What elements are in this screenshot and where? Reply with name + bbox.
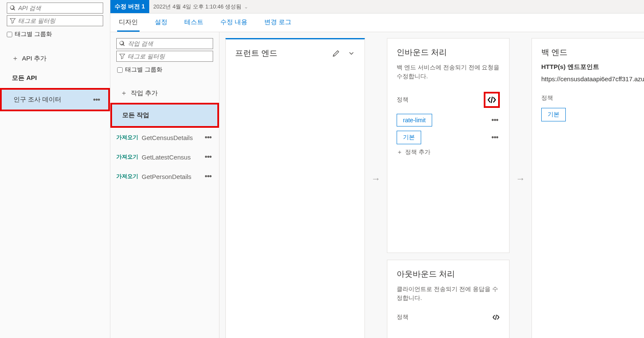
api-search[interactable] xyxy=(7,3,103,14)
frontend-title: 프런트 엔드 xyxy=(235,48,277,59)
policy-chip-base[interactable]: 기본 xyxy=(541,108,566,121)
plus-icon: ＋ xyxy=(121,89,127,98)
policy-chip-rate-limit[interactable]: rate-limit xyxy=(397,114,432,126)
op-group-by-tag[interactable]: 태그별 그룹화 xyxy=(110,63,219,76)
revision-bar: 수정 버전 1 2022년 4월 4일 오후 1:10:46 생성됨 ⌄ xyxy=(110,0,644,14)
backend-endpoint-label: HTTP(s) 엔드포인트 xyxy=(541,63,644,71)
code-icon-highlighted[interactable] xyxy=(484,92,500,108)
operations-sidebar: 태그별 그룹화 ＋ 작업 추가 모든 작업 가져오기 GetCensusDeta… xyxy=(110,32,219,338)
plus-icon: ＋ xyxy=(12,54,19,63)
add-policy-button[interactable]: ＋ 정책 추가 xyxy=(397,148,500,156)
api-filter-input[interactable] xyxy=(18,17,100,24)
api-item-label: 인구 조사 데이터 xyxy=(14,96,61,104)
operation-item[interactable]: 가져오기 GetLatestCensus ••• xyxy=(110,147,219,167)
op-method: 가져오기 xyxy=(116,173,138,180)
search-icon xyxy=(119,41,125,47)
plus-icon: ＋ xyxy=(397,148,403,156)
inbound-desc: 백 엔드 서비스에 전송되기 전에 요청을 수정합니다. xyxy=(397,63,500,81)
operation-item[interactable]: 가져오기 GetPersonDetails ••• xyxy=(110,167,219,186)
op-search[interactable] xyxy=(116,38,213,49)
search-icon xyxy=(10,5,16,11)
revision-badge[interactable]: 수정 버전 1 xyxy=(110,0,149,13)
tab-test[interactable]: 테스트 xyxy=(183,14,205,32)
arrow-icon: → xyxy=(371,38,381,184)
add-op-label: 작업 추가 xyxy=(131,89,158,97)
op-name: GetCensusDetails xyxy=(142,134,193,141)
frontend-panel: 프런트 엔드 xyxy=(225,38,365,338)
backend-endpoint-url: https://censusdataapi6ed7cff317.azureweb… xyxy=(541,75,644,82)
outbound-desc: 클라이언트로 전송되기 전에 응답을 수정합니다. xyxy=(397,285,500,302)
op-filter[interactable] xyxy=(116,51,213,62)
add-operation-button[interactable]: ＋ 작업 추가 xyxy=(110,84,219,103)
api-search-input[interactable] xyxy=(18,5,100,11)
chevron-down-icon[interactable] xyxy=(348,49,355,57)
op-method: 가져오기 xyxy=(116,153,138,161)
code-icon[interactable] xyxy=(492,313,500,321)
policy-more-icon[interactable]: ••• xyxy=(490,134,500,141)
chevron-down-icon: ⌄ xyxy=(244,4,248,10)
op-group-label: 태그별 그룹화 xyxy=(125,66,162,74)
add-policy-label: 정책 추가 xyxy=(405,148,430,156)
tab-design[interactable]: 디자인 xyxy=(117,14,140,32)
backend-panel: 백 엔드 HTTP(s) 엔드포인트 https://censusdataapi… xyxy=(532,38,644,338)
op-method: 가져오기 xyxy=(116,134,138,141)
add-api-label: API 추가 xyxy=(22,55,47,63)
detail-area: 프런트 엔드 → xyxy=(219,32,644,338)
revision-date[interactable]: 2022년 4월 4일 오후 1:10:46 생성됨 ⌄ xyxy=(149,0,253,13)
add-api-button[interactable]: ＋ API 추가 xyxy=(0,49,110,68)
backend-policy-label: 정책 xyxy=(541,94,553,102)
all-apis-item[interactable]: 모든 API xyxy=(0,68,110,88)
tab-changelog[interactable]: 변경 로그 xyxy=(263,14,293,32)
op-more-icon[interactable]: ••• xyxy=(203,173,213,180)
edit-icon[interactable] xyxy=(332,49,340,57)
operation-item[interactable]: 가져오기 GetCensusDetails ••• xyxy=(110,128,219,147)
filter-icon xyxy=(119,53,125,59)
op-name: GetPersonDetails xyxy=(142,173,192,180)
all-operations-item[interactable]: 모든 작업 xyxy=(110,103,219,128)
outbound-panel: 아웃바운드 처리 클라이언트로 전송되기 전에 응답을 수정합니다. 정책 xyxy=(387,260,510,338)
op-search-input[interactable] xyxy=(128,40,210,47)
inbound-title: 인바운드 처리 xyxy=(397,47,447,58)
op-group-checkbox[interactable] xyxy=(117,67,123,73)
api-group-label: 태그별 그룹화 xyxy=(15,30,52,38)
tab-revisions[interactable]: 수정 내용 xyxy=(219,14,249,32)
filter-icon xyxy=(10,18,16,24)
api-group-by-tag[interactable]: 태그별 그룹화 xyxy=(0,28,110,41)
op-name: GetLatestCensus xyxy=(142,154,191,161)
op-more-icon[interactable]: ••• xyxy=(203,134,213,141)
inbound-policy-label: 정책 xyxy=(397,96,408,104)
outbound-title: 아웃바운드 처리 xyxy=(397,269,455,280)
inbound-panel: 인바운드 처리 백 엔드 서비스에 전송되기 전에 요청을 수정합니다. 정책 … xyxy=(387,38,510,253)
backend-title: 백 엔드 xyxy=(541,47,567,58)
arrow-icon: → xyxy=(515,38,526,184)
api-group-checkbox[interactable] xyxy=(7,32,12,37)
policy-chip-base[interactable]: 기본 xyxy=(397,131,421,144)
main-panel: 수정 버전 1 2022년 4월 4일 오후 1:10:46 생성됨 ⌄ 디자인… xyxy=(110,0,644,338)
content-row: 태그별 그룹화 ＋ 작업 추가 모든 작업 가져오기 GetCensusDeta… xyxy=(110,32,644,338)
api-filter[interactable] xyxy=(7,15,103,26)
api-more-icon[interactable]: ••• xyxy=(91,96,101,104)
op-filter-input[interactable] xyxy=(128,53,210,60)
revision-date-text: 2022년 4월 4일 오후 1:10:46 생성됨 xyxy=(153,3,242,11)
op-more-icon[interactable]: ••• xyxy=(203,153,213,161)
api-sidebar: 태그별 그룹화 ＋ API 추가 모든 API 인구 조사 데이터 ••• xyxy=(0,0,110,338)
tab-settings[interactable]: 설정 xyxy=(153,14,169,32)
policy-more-icon[interactable]: ••• xyxy=(490,116,500,124)
api-item-selected[interactable]: 인구 조사 데이터 ••• xyxy=(0,88,110,111)
tabs: 디자인 설정 테스트 수정 내용 변경 로그 xyxy=(110,14,644,32)
outbound-policy-label: 정책 xyxy=(397,313,408,321)
